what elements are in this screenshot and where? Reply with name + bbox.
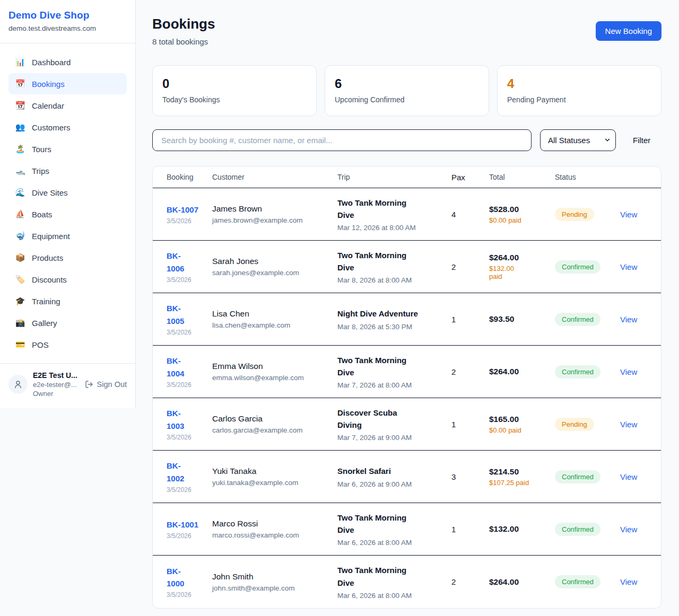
main-content: Bookings 8 total bookings New Booking 0 … — [136, 0, 679, 609]
sidebar: Demo Dive Shop demo.test.divestreams.com… — [0, 0, 136, 408]
sidebar-item-customers[interactable]: 👥 Customers — [8, 117, 127, 138]
sidebar-item-training[interactable]: 🎓 Training — [8, 291, 127, 312]
total-amount: $132.00 — [489, 524, 555, 534]
user-name: E2E Test U... — [33, 371, 80, 380]
col-header-status: Status — [555, 173, 620, 181]
view-link[interactable]: View — [620, 262, 661, 271]
sidebar-item-icon: 🏝️ — [15, 144, 25, 154]
table-row: BK-1006 3/5/2026 Sarah Jones sarah.jones… — [153, 241, 661, 293]
filter-button[interactable]: Filter — [633, 136, 650, 145]
booking-id-link[interactable]: BK-1003 — [167, 407, 191, 432]
search-input[interactable] — [152, 129, 532, 151]
col-header-trip: Trip — [337, 173, 451, 181]
sidebar-item-label: Products — [32, 253, 63, 262]
sidebar-item-pos[interactable]: 💳 POS — [8, 334, 127, 355]
sidebar-item-icon: 🛥️ — [15, 166, 25, 175]
booking-id-link[interactable]: BK-1005 — [167, 302, 191, 327]
stat-value: 0 — [162, 76, 307, 91]
col-header-customer: Customer — [212, 173, 337, 181]
status-select[interactable]: All Statuses — [540, 129, 616, 151]
sidebar-item-discounts[interactable]: 🏷️ Discounts — [8, 269, 127, 290]
status-badge: Confirmed — [555, 365, 600, 379]
customer-name: Lisa Chen — [212, 309, 337, 319]
view-link[interactable]: View — [620, 472, 661, 481]
customer-email: carlos.garcia@example.com — [212, 426, 337, 434]
paid-amount: $0.00 paid — [489, 216, 555, 224]
shop-name: Demo Dive Shop — [8, 10, 127, 21]
shop-domain: demo.test.divestreams.com — [8, 24, 127, 32]
user-email: e2e-tester@... — [33, 381, 80, 389]
sidebar-item-equipment[interactable]: 🤿 Equipment — [8, 225, 127, 247]
pax-count: 1 — [451, 420, 489, 429]
sidebar-item-label: Bookings — [32, 80, 65, 89]
status-badge: Confirmed — [555, 575, 600, 588]
user-role: Owner — [33, 390, 80, 398]
status-badge: Confirmed — [555, 523, 600, 536]
sidebar-item-icon: 📊 — [15, 57, 25, 67]
sidebar-item-bookings[interactable]: 📅 Bookings — [8, 73, 127, 94]
booking-id-link[interactable]: BK-1002 — [167, 460, 191, 485]
total-amount: $528.00 — [489, 205, 555, 214]
table-row: BK-1005 3/5/2026 Lisa Chen lisa.chen@exa… — [153, 293, 661, 346]
sidebar-item-boats[interactable]: ⛵ Boats — [8, 204, 127, 225]
view-link[interactable]: View — [620, 315, 661, 324]
sidebar-item-label: Equipment — [32, 232, 70, 241]
sidebar-item-dashboard[interactable]: 📊 Dashboard — [8, 51, 127, 73]
view-link[interactable]: View — [620, 420, 661, 429]
customer-email: james.brown@example.com — [212, 216, 337, 224]
user-icon — [13, 380, 23, 389]
sidebar-item-trips[interactable]: 🛥️ Trips — [8, 160, 127, 181]
view-link[interactable]: View — [620, 367, 661, 376]
sidebar-item-icon: 💳 — [15, 340, 25, 349]
status-badge: Confirmed — [555, 470, 600, 483]
sidebar-item-dive-sites[interactable]: 🌊 Dive Sites — [8, 182, 127, 203]
view-link[interactable]: View — [620, 525, 661, 534]
pax-count: 1 — [451, 315, 489, 324]
booking-date: 3/5/2026 — [167, 434, 212, 441]
booking-id-link[interactable]: BK-1001 — [167, 518, 212, 531]
customer-name: Carlos Garcia — [212, 414, 337, 424]
trip-name: Two Tank Morning Dive — [337, 249, 421, 274]
filter-row: All Statuses Filter — [152, 129, 661, 151]
view-link[interactable]: View — [620, 210, 661, 219]
pax-count: 1 — [451, 525, 489, 534]
trip-time: Mar 12, 2026 at 8:00 AM — [337, 224, 451, 232]
status-badge: Confirmed — [555, 313, 600, 326]
trip-name: Two Tank Morning Dive — [337, 512, 421, 536]
sidebar-item-label: Gallery — [32, 319, 57, 328]
status-badge: Pending — [555, 418, 594, 431]
sidebar-item-icon: 📆 — [15, 101, 25, 110]
trip-name: Two Tank Morning Dive — [337, 197, 421, 222]
sidebar-item-label: Trips — [32, 166, 49, 175]
booking-id-link[interactable]: BK-1000 — [167, 565, 191, 590]
booking-id-link[interactable]: BK-1006 — [167, 250, 191, 275]
sidebar-item-label: Dashboard — [32, 58, 71, 67]
total-amount: $264.00 — [489, 367, 555, 376]
sign-out-button[interactable]: Sign Out — [85, 380, 127, 389]
trip-name: Two Tank Morning Dive — [337, 354, 421, 379]
new-booking-button[interactable]: New Booking — [596, 21, 661, 41]
bookings-table: Booking Customer Trip Pax Total Status B… — [152, 166, 661, 609]
customer-name: Emma Wilson — [212, 362, 337, 371]
table-body: BK-1007 3/5/2026 James Brown james.brown… — [153, 188, 661, 608]
total-amount: $214.50 — [489, 467, 555, 477]
booking-date: 3/5/2026 — [167, 329, 212, 336]
trip-time: Mar 6, 2026 at 8:00 AM — [337, 592, 451, 600]
stat-value: 4 — [507, 76, 651, 91]
view-link[interactable]: View — [620, 577, 661, 586]
table-row: BK-1000 3/5/2026 John Smith john.smith@e… — [153, 556, 661, 608]
sidebar-item-tours[interactable]: 🏝️ Tours — [8, 138, 127, 160]
sidebar-item-gallery[interactable]: 📸 Gallery — [8, 312, 127, 333]
booking-id-link[interactable]: BK-1007 — [167, 204, 212, 216]
sidebar-item-calendar[interactable]: 📆 Calendar — [8, 95, 127, 116]
avatar — [8, 375, 28, 394]
customer-email: yuki.tanaka@example.com — [212, 479, 337, 487]
trip-time: Mar 6, 2026 at 8:00 AM — [337, 539, 451, 547]
status-badge: Confirmed — [555, 260, 600, 274]
col-header-total: Total — [489, 173, 555, 181]
sidebar-item-icon: 📸 — [15, 318, 25, 328]
col-header-booking: Booking — [153, 173, 212, 181]
booking-id-link[interactable]: BK-1004 — [167, 355, 191, 380]
booking-date: 3/5/2026 — [167, 381, 212, 389]
sidebar-item-products[interactable]: 📦 Products — [8, 247, 127, 268]
